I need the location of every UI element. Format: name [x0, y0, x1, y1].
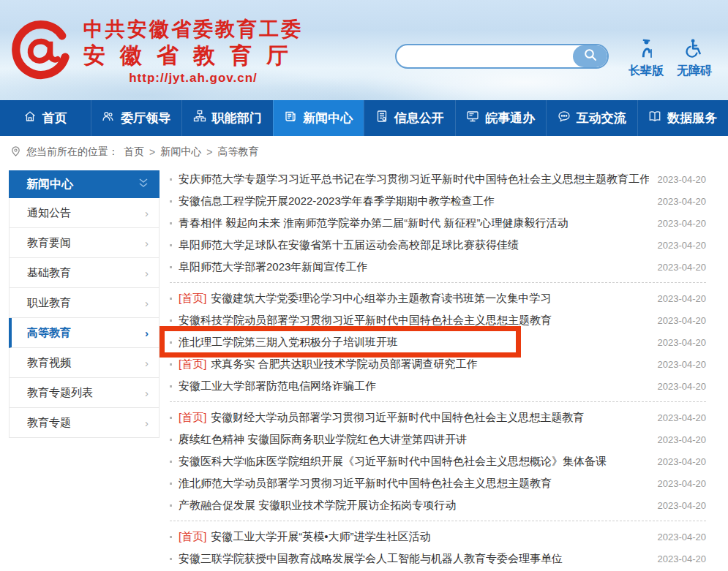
bullet-dot-icon	[170, 319, 172, 322]
sidebar-item-1[interactable]: 教育要闻 ›	[9, 228, 160, 258]
bullet-dot-icon	[170, 244, 172, 246]
chat-bubble-icon	[558, 110, 571, 126]
chevron-right-icon: ›	[145, 387, 149, 399]
chevron-right-icon: ›	[145, 237, 149, 249]
news-link[interactable]: 安徽医科大学临床医学院组织开展《习近平新时代中国特色社会主义思想概论》集体备课	[179, 455, 649, 469]
news-title: 安徽建筑大学党委理论学习中心组举办主题教育读书班第一次集中学习	[211, 292, 551, 306]
news-title: 安徽科技学院动员部署学习贯彻习近平新时代中国特色社会主义思想主题教育	[179, 314, 552, 328]
bullet-dot-icon	[170, 461, 172, 463]
breadcrumb-link-home[interactable]: 首页	[124, 145, 144, 159]
open-book-icon	[648, 110, 661, 126]
accessibility-button[interactable]: 无障碍	[672, 38, 717, 79]
news-link[interactable]: 淮北理工学院第三期入党积极分子培训班开班	[179, 336, 649, 349]
elder-version-button[interactable]: 长辈版	[623, 38, 669, 79]
bullet-dot-icon	[170, 363, 172, 366]
search-input[interactable]	[397, 45, 573, 67]
news-date: 2023-04-20	[658, 553, 707, 564]
breadcrumb-link-higher-education[interactable]: 高等教育	[217, 145, 258, 159]
bullet-dot-icon	[170, 222, 172, 224]
org-name-line2: 安徽省教育厅	[83, 42, 303, 69]
news-link[interactable]: 安徽科技学院动员部署学习贯彻习近平新时代中国特色社会主义思想主题教育	[179, 314, 649, 328]
nav-item-leaders[interactable]: 委厅领导	[91, 100, 182, 136]
nav-item-home[interactable]: 首页	[0, 100, 91, 136]
news-link[interactable]: [首页] 安徽建筑大学党委理论学习中心组举办主题教育读书班第一次集中学习	[179, 292, 649, 306]
news-date: 2023-04-20	[658, 196, 707, 207]
news-row: 淮北师范大学动员部署学习贯彻习近平新时代中国特色社会主义思想主题教育 2023-…	[170, 472, 706, 494]
news-title: 阜阳师范大学部署2023年新闻宣传工作	[179, 260, 367, 274]
nav-item-wanshitongban[interactable]: 皖事通办	[455, 100, 547, 136]
bullet-dot-icon	[170, 298, 172, 300]
sidebar-item-5[interactable]: 教育视频 ›	[9, 348, 160, 378]
news-link[interactable]: 阜阳师范大学足球队在安徽省第十五届运动会高校部足球比赛获得佳绩	[179, 238, 649, 252]
sidebar-item-3[interactable]: 职业教育 ›	[9, 288, 160, 318]
nav-label: 互动交流	[577, 110, 626, 126]
front-page-tag: [首页]	[179, 530, 206, 544]
news-row: [首页] 安徽财经大学动员部署学习贯彻习近平新时代中国特色社会主义思想主题教育 …	[170, 406, 706, 428]
nav-item-info-disclosure[interactable]: 信息公开	[364, 100, 455, 136]
news-row: [首页] 安徽工业大学开展“英模•大师”进学生社区活动 2023-04-20	[170, 526, 706, 548]
breadcrumb-separator: >	[149, 146, 155, 158]
sidebar-item-label: 教育专题列表	[27, 386, 93, 400]
bullet-dot-icon	[170, 504, 172, 507]
sidebar-item-label: 高等教育	[27, 326, 71, 340]
news-date: 2023-04-20	[658, 240, 707, 251]
sidebar-item-7[interactable]: 教育专题 ›	[9, 408, 160, 438]
sidebar-item-0[interactable]: 通知公告 ›	[9, 198, 160, 228]
breadcrumb-link-news-center[interactable]: 新闻中心	[160, 145, 201, 159]
news-link[interactable]: [首页] 安徽财经大学动员部署学习贯彻习近平新时代中国特色社会主义思想主题教育	[179, 411, 649, 425]
people-icon	[102, 110, 115, 126]
news-row: 安庆师范大学专题学习习近平总书记在学习贯彻习近平新时代中国特色社会主义思想主题教…	[170, 168, 706, 190]
news-link[interactable]: 安徽三联学院获授中国教育战略发展学会人工智能与机器人教育专委会理事单位	[179, 552, 649, 566]
news-link[interactable]: 安徽信息工程学院开展2022-2023学年春季学期期中教学检查工作	[179, 194, 649, 208]
sidebar-title: 新闻中心	[9, 170, 160, 198]
bullet-dot-icon	[170, 536, 172, 538]
newspaper-icon	[284, 110, 297, 126]
news-row: [首页] 安徽建筑大学党委理论学习中心组举办主题教育读书班第一次集中学习 202…	[170, 287, 706, 309]
sidebar-item-4[interactable]: 高等教育 ›	[9, 318, 160, 348]
search-button[interactable]	[573, 45, 607, 67]
news-title: 淮北师范大学动员部署学习贯彻习近平新时代中国特色社会主义思想主题教育	[179, 477, 552, 491]
news-row: 安徽工业大学部署防范电信网络诈骗工作 2023-04-20	[170, 375, 706, 397]
nav-item-interaction[interactable]: 互动交流	[546, 100, 637, 136]
news-link[interactable]: 安徽工业大学部署防范电信网络诈骗工作	[179, 379, 649, 393]
news-row: 阜阳师范大学足球队在安徽省第十五届运动会高校部足球比赛获得佳绩 2023-04-…	[170, 234, 706, 256]
nav-item-departments[interactable]: 职能部门	[181, 100, 273, 136]
news-link[interactable]: 淮北师范大学动员部署学习贯彻习近平新时代中国特色社会主义思想主题教育	[179, 477, 649, 491]
news-link[interactable]: 阜阳师范大学部署2023年新闻宣传工作	[179, 260, 649, 274]
news-date: 2023-04-20	[658, 456, 707, 467]
news-title: 安庆师范大学专题学习习近平总书记在学习贯彻习近平新时代中国特色社会主义思想主题教…	[179, 173, 649, 186]
accessibility-label: 无障碍	[677, 64, 712, 79]
sidebar-item-label: 教育专题	[27, 416, 71, 430]
nav-item-news-center[interactable]: 新闻中心	[273, 100, 364, 136]
bullet-dot-icon	[170, 417, 172, 419]
news-link[interactable]: 安庆师范大学专题学习习近平总书记在学习贯彻习近平新时代中国特色社会主义思想主题教…	[179, 173, 649, 186]
news-link[interactable]: [首页] 求真务实 合肥共达职业技术学院动员部署调查研究工作	[179, 358, 649, 371]
news-link[interactable]: [首页] 安徽工业大学开展“英模•大师”进学生社区活动	[179, 530, 649, 544]
elder-version-label: 长辈版	[628, 64, 664, 79]
news-date: 2023-04-20	[658, 218, 707, 229]
nav-label: 信息公开	[394, 110, 444, 126]
double-chevron-down-icon[interactable]	[138, 178, 149, 191]
sidebar-item-2[interactable]: 基础教育 ›	[9, 258, 160, 288]
bullet-dot-icon	[170, 178, 172, 181]
news-link[interactable]: 赓续红色精神 安徽国际商务职业学院红色大讲堂第四讲开讲	[179, 433, 649, 447]
news-title: 青春相伴 毅起向未来 淮南师范学院举办第二届“新时代 新征程”心理健康毅行活动	[179, 216, 568, 230]
nav-label: 委厅领导	[121, 110, 170, 126]
news-link[interactable]: 青春相伴 毅起向未来 淮南师范学院举办第二届“新时代 新征程”心理健康毅行活动	[179, 216, 649, 230]
news-row: 淮北理工学院第三期入党积极分子培训班开班 2023-04-20	[170, 331, 706, 353]
nav-item-data-services[interactable]: 数据服务	[637, 100, 728, 136]
news-date: 2023-04-20	[658, 412, 707, 423]
news-date: 2023-04-20	[658, 359, 707, 370]
monitor-icon	[466, 110, 479, 126]
news-link[interactable]: 产教融合促发展 安徽职业技术学院开展访企拓岗专项行动	[179, 499, 649, 513]
chevron-right-icon: ›	[145, 357, 149, 369]
bullet-dot-icon	[170, 483, 172, 485]
news-title: 安徽工业大学开展“英模•大师”进学生社区活动	[211, 530, 430, 544]
location-pin-icon	[10, 145, 21, 159]
news-title: 阜阳师范大学足球队在安徽省第十五届运动会高校部足球比赛获得佳绩	[179, 238, 519, 252]
site-logo[interactable]: 中共安徽省委教育工委 安徽省教育厅 http://jyt.ah.gov.cn/	[12, 18, 303, 86]
site-url: http://jyt.ah.gov.cn/	[83, 71, 303, 86]
nav-label: 新闻中心	[303, 110, 353, 126]
news-row: 赓续红色精神 安徽国际商务职业学院红色大讲堂第四讲开讲 2023-04-20	[170, 428, 706, 450]
sidebar-item-6[interactable]: 教育专题列表 ›	[9, 378, 160, 408]
